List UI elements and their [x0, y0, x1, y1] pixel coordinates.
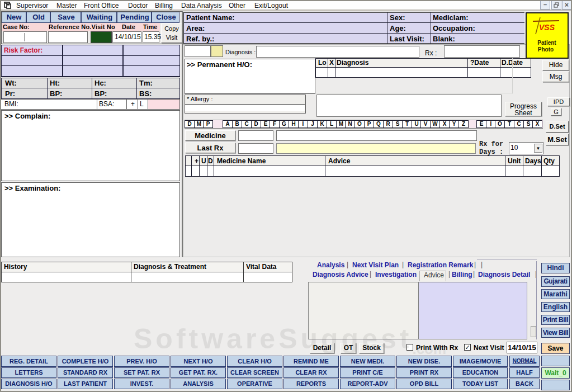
svg-text:Patient: Patient: [537, 40, 556, 46]
svg-text:Photo: Photo: [538, 46, 554, 53]
svg-text:VSS: VSS: [539, 23, 555, 32]
